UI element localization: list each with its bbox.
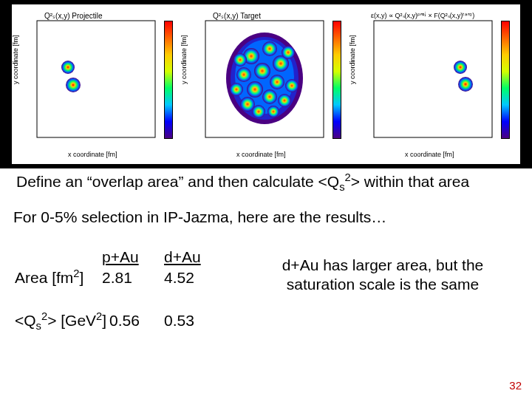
results-table: p+Au d+Au Area [fm2] 2.81 4.52 <Qs2> [Ge… (10, 242, 217, 346)
page-number: 32 (509, 379, 522, 392)
side-note: d+Au has larger area, but the saturation… (250, 256, 516, 295)
svg-rect-23 (374, 21, 492, 137)
svg-point-16 (278, 94, 291, 107)
colorbar (501, 21, 510, 139)
svg-point-25 (458, 77, 473, 92)
selection-text: For 0-5% selection in IP-Jazma, here are… (13, 208, 386, 226)
define-text: Define an “overlap area” and then calcul… (13, 171, 519, 192)
svg-point-14 (262, 89, 277, 104)
chart-panels-container: Q²ₛ(x,y) Projectile y coordinate [fm] x … (12, 4, 520, 164)
svg-point-10 (236, 67, 251, 82)
svg-point-2 (66, 78, 81, 92)
svg-point-11 (254, 63, 270, 79)
svg-point-22 (285, 79, 299, 92)
svg-point-13 (247, 81, 263, 98)
svg-point-18 (282, 46, 295, 59)
svg-point-12 (270, 75, 284, 89)
svg-point-1 (61, 61, 75, 74)
svg-point-8 (262, 41, 277, 56)
colorbar (164, 21, 173, 139)
chart-panel-target: Q²ₛ(x,y) Target y coordinate [fm] x coor… (185, 12, 346, 157)
svg-point-17 (230, 83, 243, 96)
colorbar (332, 21, 341, 139)
svg-point-24 (454, 61, 467, 74)
chart-panel-epsilon: ε(x,y) ∝ Q²ₛ(x,y)ᵖʳᵒʲ × F(Q²ₛ(x,y)ᵗᵃʳᵍ) … (353, 12, 514, 157)
svg-point-20 (267, 106, 279, 117)
svg-point-21 (233, 53, 247, 66)
svg-rect-0 (37, 21, 155, 137)
heatmap-svg (16, 12, 177, 157)
heatmap-svg (185, 12, 346, 157)
svg-point-19 (252, 105, 265, 118)
heatmap-svg (353, 12, 514, 157)
chart-panel-projectile: Q²ₛ(x,y) Projectile y coordinate [fm] x … (16, 12, 177, 157)
qs2-dau: 0.53 (164, 312, 371, 330)
